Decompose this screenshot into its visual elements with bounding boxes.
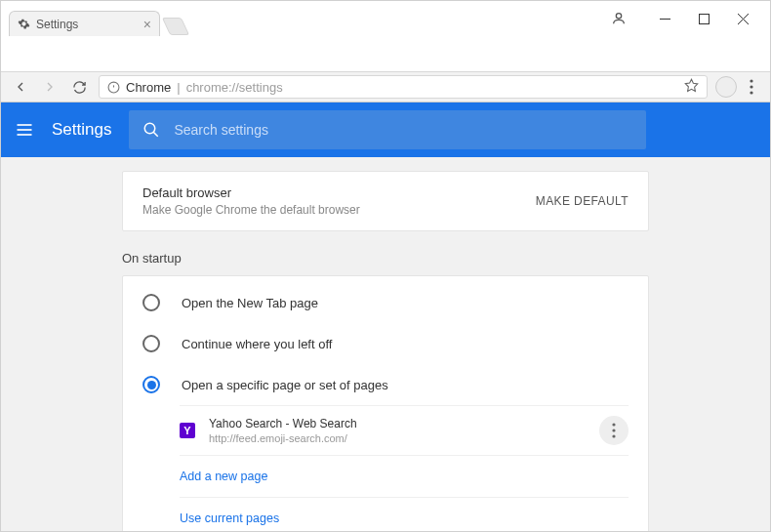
maximize-button[interactable] — [684, 5, 723, 32]
default-browser-card: Default browser Make Google Chrome the d… — [122, 171, 649, 231]
svg-point-8 — [750, 79, 752, 82]
profile-avatar-button[interactable] — [715, 76, 737, 98]
address-bar[interactable]: Chrome | chrome://settings — [99, 75, 708, 99]
browser-tab-settings[interactable]: Settings × — [9, 11, 160, 36]
radio-unselected-icon — [142, 294, 160, 311]
tab-close-icon[interactable]: × — [143, 17, 151, 32]
option-label: Continue where you left off — [182, 337, 332, 351]
gear-icon — [18, 18, 30, 30]
svg-point-9 — [750, 85, 752, 88]
yahoo-favicon-icon — [180, 423, 195, 438]
tab-strip: Settings × — [9, 11, 185, 36]
address-path: chrome://settings — [186, 80, 283, 95]
option-label: Open a specific page or set of pages — [182, 378, 388, 392]
settings-content[interactable]: Default browser Make Google Chrome the d… — [1, 157, 770, 532]
page-more-button[interactable] — [599, 416, 629, 445]
svg-point-14 — [145, 123, 156, 134]
minimize-button[interactable] — [645, 5, 684, 32]
make-default-button[interactable]: MAKE DEFAULT — [536, 194, 629, 208]
svg-point-16 — [612, 423, 615, 426]
startup-page-title: Yahoo Search - Web Search — [209, 417, 357, 430]
toolbar: Chrome | chrome://settings — [1, 71, 770, 102]
startup-page-url: http://feed.emoji-search.com/ — [209, 432, 357, 444]
use-current-pages-link[interactable]: Use current pages — [180, 498, 629, 532]
startup-option-specific[interactable]: Open a specific page or set of pages — [123, 364, 648, 405]
svg-rect-2 — [699, 14, 709, 23]
radio-unselected-icon — [142, 335, 160, 352]
on-startup-card: Open the New Tab page Continue where you… — [122, 275, 649, 532]
svg-point-10 — [750, 91, 752, 94]
user-account-icon[interactable] — [599, 5, 638, 32]
browser-menu-button[interactable] — [739, 79, 764, 95]
address-host: Chrome — [126, 80, 171, 95]
on-startup-label: On startup — [122, 251, 649, 266]
tab-title: Settings — [36, 18, 78, 31]
settings-search-box[interactable] — [129, 110, 646, 149]
svg-line-15 — [154, 132, 159, 137]
startup-option-continue[interactable]: Continue where you left off — [123, 323, 648, 364]
option-label: Open the New Tab page — [182, 296, 318, 310]
startup-option-newtab[interactable]: Open the New Tab page — [123, 282, 648, 323]
search-icon — [142, 121, 160, 139]
hamburger-menu-icon[interactable] — [15, 120, 34, 140]
default-browser-title: Default browser — [142, 185, 360, 200]
new-tab-button[interactable] — [162, 18, 189, 35]
page-title: Settings — [52, 120, 111, 140]
svg-point-18 — [612, 434, 615, 437]
reload-button[interactable] — [65, 73, 93, 101]
back-button[interactable] — [7, 73, 34, 101]
settings-search-input[interactable] — [174, 122, 632, 138]
svg-point-17 — [612, 429, 615, 431]
close-button[interactable] — [723, 5, 762, 32]
svg-point-0 — [616, 14, 621, 19]
add-new-page-link[interactable]: Add a new page — [180, 456, 629, 498]
site-info-icon[interactable] — [107, 81, 120, 94]
radio-selected-icon — [142, 376, 160, 393]
startup-page-row: Yahoo Search - Web Search http://feed.em… — [180, 405, 629, 456]
settings-header: Settings — [1, 102, 770, 157]
forward-button[interactable] — [36, 73, 63, 101]
default-browser-subtitle: Make Google Chrome the default browser — [142, 203, 360, 217]
bookmark-star-icon[interactable] — [684, 78, 699, 96]
